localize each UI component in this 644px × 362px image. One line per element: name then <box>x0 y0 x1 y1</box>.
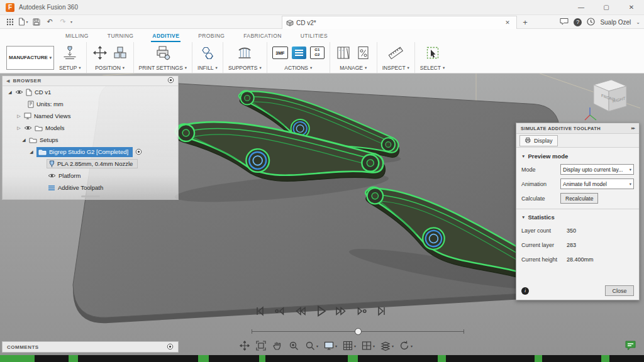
caret-down-icon[interactable]: ▾ <box>335 344 337 348</box>
expand-open-icon[interactable]: ◢ <box>21 138 26 143</box>
expand-closed-icon[interactable]: ▷ <box>16 126 21 131</box>
dialog-collapse-icon[interactable]: ▸▸ <box>631 126 635 131</box>
undo-button[interactable]: ↶ <box>43 16 56 28</box>
app-grid-icon[interactable] <box>4 16 16 28</box>
rewind-button[interactable] <box>292 303 309 319</box>
tab-utilities[interactable]: UTILITIES <box>299 33 329 42</box>
caret-down-icon[interactable]: ▾ <box>411 344 413 348</box>
grid-snaps-icon[interactable]: ▾ <box>341 339 357 352</box>
maximize-button[interactable]: ▢ <box>594 0 619 14</box>
expand-open-icon[interactable]: ◢ <box>29 150 34 155</box>
play-button[interactable] <box>313 303 329 319</box>
close-dialog-button[interactable]: Close <box>605 285 634 296</box>
document-tab[interactable]: CD v2* ✕ <box>282 16 517 29</box>
manage-dropdown[interactable]: MANAGE▾ <box>340 65 367 71</box>
selected-setup[interactable]: Bigrep Studio G2 [Completed] <box>36 147 133 157</box>
file-menu-button[interactable]: ▾ <box>17 16 30 28</box>
new-document-tab-button[interactable]: + <box>519 16 531 28</box>
viewports-icon[interactable]: ▾ <box>360 339 376 352</box>
user-account-button[interactable]: Sualp Ozel <box>600 19 631 26</box>
comments-options-icon[interactable] <box>167 343 174 351</box>
tab-probing[interactable]: PROBING <box>197 33 226 42</box>
user-chevron-icon[interactable]: ⌄ <box>636 19 640 25</box>
browser-item-material[interactable]: PLA 2.85mm, 0.4mm Nozzle <box>3 158 178 170</box>
zoom-window-icon[interactable]: ▾ <box>303 339 319 352</box>
setup-dropdown[interactable]: SETUP▾ <box>59 65 81 71</box>
preview-mode-section-header[interactable]: ▼ Preview mode <box>521 153 634 160</box>
save-button[interactable] <box>30 16 43 28</box>
print-settings-button[interactable] <box>155 45 171 61</box>
eye-icon[interactable] <box>15 89 23 95</box>
comment-icon[interactable] <box>560 18 569 26</box>
position-dropdown[interactable]: POSITION▾ <box>95 65 125 71</box>
next-operation-button[interactable] <box>353 303 370 319</box>
browser-item-document[interactable]: ◢ CD v1 <box>3 86 178 98</box>
display-settings-icon[interactable]: ▾ <box>322 339 338 352</box>
panel-collapse-icon[interactable]: ◀ <box>6 79 9 84</box>
minimize-button[interactable]: — <box>569 0 594 14</box>
print-settings-dropdown[interactable]: PRINT SETTINGS▾ <box>139 65 187 71</box>
simulation-timeline-slider[interactable] <box>252 327 464 336</box>
measure-button[interactable] <box>387 45 404 61</box>
mode-select[interactable]: Display upto current lay... ▾ <box>560 164 634 175</box>
infill-button[interactable] <box>199 45 216 61</box>
3d-viewport[interactable]: FRONT RIGHT ◀ BROWSER ◢ <box>0 74 644 355</box>
browser-item-units[interactable]: Units: mm <box>3 98 178 110</box>
fit-view-icon[interactable] <box>254 339 268 352</box>
eye-icon[interactable] <box>48 173 56 178</box>
help-icon[interactable]: ? <box>574 18 582 26</box>
actions-dropdown[interactable]: ACTIONS▾ <box>284 65 312 71</box>
supports-dropdown[interactable]: SUPPORTS▾ <box>228 65 262 71</box>
caret-down-icon[interactable]: ▾ <box>392 344 394 348</box>
redo-button[interactable]: ↷ <box>57 16 69 28</box>
caret-down-icon[interactable]: ▾ <box>373 344 375 348</box>
view-cube[interactable]: FRONT RIGHT <box>584 76 633 126</box>
caret-down-icon[interactable]: ▾ <box>316 344 318 348</box>
supports-button[interactable] <box>236 45 253 61</box>
dialog-header[interactable]: SIMULATE ADDITIVE TOOLPATH ▸▸ <box>516 123 639 134</box>
workspace-switcher-button[interactable]: MANUFACTURE ▾ <box>6 46 54 70</box>
tab-additive[interactable]: ADDITIVE <box>151 33 180 42</box>
statistics-section-header[interactable]: ▼ Statistics <box>521 214 634 221</box>
tab-turning[interactable]: TURNING <box>106 33 135 42</box>
select-button[interactable] <box>425 45 441 61</box>
browser-item-additive-toolpath[interactable]: Additive Toolpath <box>3 182 178 194</box>
section-steps-icon[interactable]: ▾ <box>379 339 395 352</box>
browser-item-setup-bigrep[interactable]: ◢ Bigrep Studio G2 [Completed] <box>3 146 178 158</box>
slider-handle[interactable] <box>355 328 362 335</box>
active-setup-radio-icon[interactable] <box>135 148 142 155</box>
expand-open-icon[interactable]: ◢ <box>8 90 13 95</box>
previous-operation-button[interactable] <box>272 303 288 319</box>
export-3mf-button[interactable]: 3MF <box>272 47 288 59</box>
animation-select[interactable]: Animate full model ▾ <box>560 178 634 189</box>
post-library-button[interactable] <box>355 45 372 61</box>
browser-item-platform[interactable]: Platform <box>3 170 178 182</box>
close-window-button[interactable]: ✕ <box>619 0 644 14</box>
notifications-clock-icon[interactable] <box>587 18 595 27</box>
zoom-icon[interactable] <box>287 339 301 352</box>
machine-library-button[interactable] <box>335 45 352 61</box>
inspect-dropdown[interactable]: INSPECT▾ <box>382 65 409 71</box>
browser-item-setups[interactable]: ◢ Setups <box>3 134 178 146</box>
post-process-button[interactable]: G1 G2 <box>310 47 325 59</box>
browser-options-icon[interactable] <box>167 77 174 85</box>
generate-toolpath-button[interactable] <box>292 47 306 59</box>
recalculate-button[interactable]: Recalculate <box>560 193 598 204</box>
go-to-start-button[interactable] <box>252 303 268 319</box>
close-document-icon[interactable]: ✕ <box>502 19 513 26</box>
browser-resize-handle[interactable] <box>81 195 100 197</box>
eye-icon[interactable] <box>24 125 32 131</box>
history-caret-icon[interactable]: ▾ <box>70 19 72 24</box>
fast-forward-button[interactable] <box>333 303 349 319</box>
go-to-end-button[interactable] <box>374 303 390 319</box>
comments-bar[interactable]: COMMENTS <box>2 341 179 353</box>
select-dropdown[interactable]: SELECT▾ <box>420 65 445 71</box>
expand-closed-icon[interactable]: ▷ <box>16 114 21 119</box>
tab-milling[interactable]: MILLING <box>64 33 90 42</box>
move-components-button[interactable] <box>92 45 108 61</box>
orbit-icon[interactable]: ▾ <box>397 339 414 352</box>
browser-item-named-views[interactable]: ▷ Named Views <box>3 110 178 122</box>
arrange-button[interactable] <box>112 45 128 61</box>
pan-hand-icon[interactable] <box>270 339 284 352</box>
browser-item-models[interactable]: ▷ Models <box>3 122 178 134</box>
